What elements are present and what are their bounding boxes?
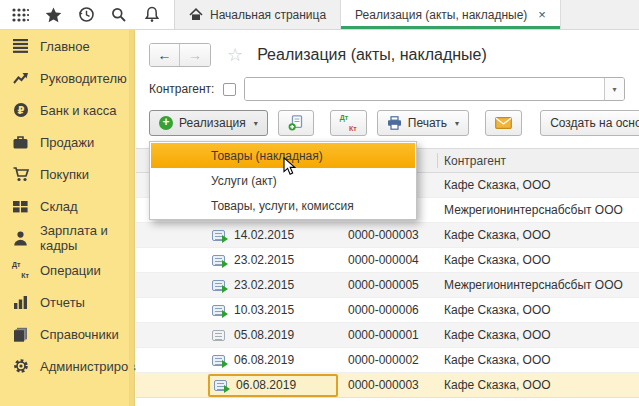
tab-bar-empty-space (561, 0, 639, 29)
document-status-icon (212, 355, 225, 366)
cell-number: 0000-000003 (338, 378, 434, 392)
sidebar-item-label: Справочники (40, 327, 119, 342)
cell-date: 06.08.2019 (236, 378, 296, 392)
cell-contragent: Межрегионинтерснабсбыт ООО (434, 278, 639, 292)
mouse-cursor (283, 157, 296, 176)
sidebar-item-label: Продажи (40, 135, 94, 150)
send-email-button[interactable] (485, 110, 522, 136)
table-row[interactable]: 23.02.2015 0000-000005 Межрегионинтерсна… (136, 273, 639, 298)
ruble-coin-icon: ₽ (12, 102, 29, 119)
filter-row: Контрагент: ▾ (149, 77, 625, 101)
print-button[interactable]: Печать ▾ (377, 110, 469, 136)
tab-realization[interactable]: Реализация (акты, накладные) × (341, 0, 561, 29)
cell-contragent: Кафе Сказка, ООО (434, 303, 639, 317)
sidebar-item-sales[interactable]: Продажи (0, 126, 134, 158)
sidebar-item-bank[interactable]: ₽ Банк и касса (0, 94, 134, 126)
briefcase-icon (12, 134, 29, 151)
app-window: Начальная страница Реализация (акты, нак… (0, 0, 639, 406)
plus-icon: + (159, 116, 173, 130)
sidebar-item-main[interactable]: Главное (0, 30, 134, 62)
copy-document-button[interactable] (278, 110, 314, 136)
create-based-on-label: Создать на основании (550, 116, 639, 130)
tab-label: Реализация (акты, накладные) (355, 8, 527, 22)
cell-number: 0000-000005 (338, 278, 434, 292)
document-status-icon (212, 255, 225, 266)
sidebar-item-references[interactable]: Справочники (0, 318, 134, 350)
cell-date: 14.02.2015 (234, 228, 294, 242)
combobox-dropdown-button[interactable]: ▾ (604, 78, 624, 100)
cell-contragent: Кафе Сказка, ООО (434, 328, 639, 342)
filter-label: Контрагент: (149, 82, 214, 96)
sidebar-item-salary[interactable]: Зарплата и кадры (0, 222, 134, 254)
favorites-star-icon[interactable] (43, 5, 63, 25)
contragent-input[interactable] (245, 78, 604, 100)
table-row[interactable]: 23.02.2015 0000-000004 Кафе Сказка, ООО (136, 248, 639, 273)
document-status-icon (212, 330, 225, 341)
cell-date: 10.03.2015 (234, 303, 294, 317)
print-label: Печать (408, 116, 447, 130)
cell-number: 0000-000001 (338, 328, 434, 342)
shopping-cart-icon (12, 166, 29, 183)
sidebar-item-label: Руководителю (40, 71, 127, 86)
menu-item-goods-services-commission[interactable]: Товары, услуги, комиссия (151, 193, 415, 218)
trend-chart-icon (12, 70, 29, 87)
sidebar-item-label: Зарплата и кадры (40, 223, 134, 253)
page-header: ← → ☆ Реализация (акты, накладные) (149, 43, 487, 67)
toolbar: + Реализация ▾ ДтКт Печать ▾ (149, 109, 639, 137)
table-row[interactable]: 05.08.2019 0000-000001 Кафе Сказка, ООО (136, 323, 639, 348)
search-icon[interactable] (109, 5, 129, 25)
sidebar-item-manager[interactable]: Руководителю (0, 62, 134, 94)
sidebar-item-warehouse[interactable]: Склад (0, 190, 134, 222)
sidebar-item-label: Склад (40, 199, 78, 214)
focused-cell[interactable]: 06.08.2019 (208, 374, 338, 397)
forward-button[interactable]: → (180, 44, 210, 66)
sidebar-nav: Главное Руководителю ₽ Банк и касса Прод… (0, 30, 135, 406)
document-status-icon (212, 305, 225, 316)
main-content: ← → ☆ Реализация (акты, накладные) Контр… (136, 30, 639, 406)
printer-icon (387, 116, 402, 130)
cell-number: 0000-000003 (338, 228, 434, 242)
cell-contragent: Кафе Сказка, ООО (434, 253, 639, 267)
sidebar-item-reports[interactable]: Отчеты (0, 286, 134, 318)
table-row-selected[interactable]: 06.08.2019 0000-000003 Кафе Сказка, ООО (136, 373, 639, 398)
person-icon (12, 230, 29, 247)
back-button[interactable]: ← (150, 44, 180, 66)
filter-checkbox[interactable] (223, 83, 236, 96)
table-row[interactable]: 10.03.2015 0000-000006 Кафе Сказка, ООО (136, 298, 639, 323)
main-menu-grid-icon[interactable] (10, 5, 30, 25)
notifications-bell-icon[interactable] (142, 5, 162, 25)
cell-contragent: Кафе Сказка, ООО (434, 353, 639, 367)
create-realization-dropdown-menu: Товары (накладная) Услуги (акт) Товары, … (149, 141, 417, 220)
cell-number: 0000-000002 (338, 353, 434, 367)
dt-kt-icon: ДтКт (340, 115, 357, 131)
create-realization-button[interactable]: + Реализация ▾ (149, 110, 268, 136)
contragent-combobox: ▾ (244, 77, 625, 101)
sidebar-item-purchases[interactable]: Покупки (0, 158, 134, 190)
table-row[interactable]: 14.02.2015 0000-000003 Кафе Сказка, ООО (136, 223, 639, 248)
tab-label: Начальная страница (210, 8, 326, 22)
sidebar-item-administration[interactable]: Администрирование (0, 350, 134, 382)
envelope-icon (495, 117, 512, 129)
cell-contragent: Кафе Сказка, ООО (434, 178, 639, 192)
books-icon (12, 326, 29, 343)
create-realization-label: Реализация (179, 116, 246, 130)
tab-close-icon[interactable]: × (538, 7, 546, 22)
dt-kt-icon: ДтКт (12, 262, 29, 279)
document-status-icon (214, 380, 227, 391)
copy-document-icon (288, 115, 304, 131)
cell-contragent: Межрегионинтерснабсбыт ООО (434, 203, 639, 217)
svg-text:₽: ₽ (17, 105, 24, 116)
create-based-on-button[interactable]: Создать на основании (540, 110, 639, 136)
sidebar-item-operations[interactable]: ДтКт Операции (0, 254, 134, 286)
sidebar-item-label: Отчеты (40, 295, 85, 310)
history-clock-icon[interactable] (76, 5, 96, 25)
cell-contragent: Кафе Сказка, ООО (434, 228, 639, 242)
quick-access-icons (0, 0, 174, 29)
dt-kt-postings-button[interactable]: ДтКт (330, 110, 367, 136)
document-status-icon (212, 230, 225, 241)
table-row[interactable]: 06.08.2019 0000-000002 Кафе Сказка, ООО (136, 348, 639, 373)
boxes-grid-icon (12, 198, 29, 215)
tab-home-page[interactable]: Начальная страница (175, 0, 341, 29)
favorite-star-icon[interactable]: ☆ (227, 44, 243, 66)
cell-contragent: Кафе Сказка, ООО (434, 378, 639, 392)
